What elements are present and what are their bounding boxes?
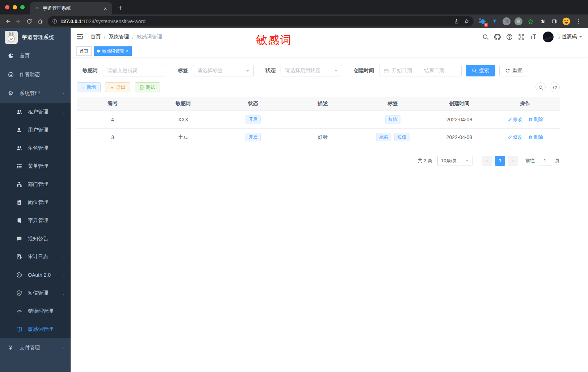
user-avatar[interactable] bbox=[543, 32, 554, 42]
sidebar-logo-row[interactable]: 芋道管理系统 bbox=[0, 28, 71, 46]
extension-diamond-icon[interactable]: 9 bbox=[478, 17, 487, 26]
sidebar-item-通知公告[interactable]: 通知公告 bbox=[0, 230, 71, 248]
sidebar-item-错误码管理[interactable]: </>错误码管理 bbox=[0, 302, 71, 320]
minimize-window-button[interactable] bbox=[13, 5, 17, 9]
extension-recorder-icon[interactable] bbox=[514, 17, 523, 26]
profile-avatar[interactable] bbox=[562, 17, 571, 26]
goto-unit: 页 bbox=[555, 158, 560, 164]
sidebar-item-租户管理[interactable]: 租户管理⌄ bbox=[0, 103, 71, 121]
address-bar[interactable]: 127.0.0.1:1024/system/sensitive-word bbox=[48, 16, 474, 26]
cell-status: 开启 bbox=[218, 110, 288, 128]
bookmark-star-icon[interactable] bbox=[464, 19, 469, 24]
search-button[interactable]: 搜索 bbox=[466, 65, 495, 76]
sidebar-item-字典管理[interactable]: 字典管理 bbox=[0, 212, 71, 230]
sidebar-collapse-icon[interactable] bbox=[76, 33, 84, 41]
export-button[interactable]: 导出 bbox=[105, 82, 130, 92]
chevron-down-icon bbox=[246, 70, 249, 74]
filter-status-label: 状态 bbox=[265, 67, 276, 74]
row-tag: 短信 bbox=[394, 133, 410, 141]
close-window-button[interactable] bbox=[5, 5, 9, 9]
forward-icon[interactable] bbox=[13, 16, 24, 27]
sidebar-item-label: 菜单管理 bbox=[28, 163, 65, 170]
cell-description: 好呀 bbox=[288, 128, 357, 146]
zoom-window-button[interactable] bbox=[20, 5, 25, 9]
tag-view-首页[interactable]: 首页 bbox=[76, 46, 92, 56]
breadcrumb-item[interactable]: 系统管理 bbox=[109, 34, 129, 40]
edit-link[interactable]: 修改 bbox=[508, 116, 522, 123]
page-size-select[interactable]: 10条/页 bbox=[437, 156, 472, 166]
word-input[interactable] bbox=[103, 65, 166, 76]
sidebar-item-岗位管理[interactable]: 岗位管理 bbox=[0, 193, 71, 212]
goto-page-input[interactable] bbox=[538, 156, 552, 166]
home-icon[interactable] bbox=[35, 16, 46, 27]
add-button[interactable]: + 新增 bbox=[77, 82, 101, 92]
next-page-button[interactable]: › bbox=[508, 156, 518, 166]
row-tag: 短信 bbox=[385, 115, 400, 124]
reload-icon[interactable] bbox=[24, 16, 35, 27]
extension-command-icon[interactable]: ⌘ bbox=[502, 17, 511, 26]
top-navbar: 首页/系统管理/敏感词管理 TT 芋道源码 bbox=[71, 28, 588, 45]
sidebar-item-敏感词管理[interactable]: 敏感词管理 bbox=[0, 320, 71, 338]
font-size-icon[interactable]: TT bbox=[527, 31, 539, 43]
delete-link[interactable]: 删除 bbox=[528, 116, 543, 123]
prev-page-button[interactable]: ‹ bbox=[482, 156, 492, 166]
page-number-1[interactable]: 1 bbox=[495, 156, 505, 166]
tag-select[interactable]: 请选择标签 bbox=[193, 65, 254, 76]
site-info-icon[interactable] bbox=[52, 19, 57, 24]
extension-funnel-icon[interactable] bbox=[490, 17, 499, 26]
sidebar-item-短信管理[interactable]: 短信管理⌄ bbox=[0, 284, 71, 302]
share-icon[interactable] bbox=[454, 19, 459, 24]
breadcrumb-item[interactable]: 首页 bbox=[91, 34, 101, 40]
tag-view-敏感词管理[interactable]: 敏感词管理× bbox=[94, 46, 132, 56]
breadcrumb-separator: / bbox=[132, 34, 134, 40]
new-tab-button[interactable]: + bbox=[118, 4, 122, 12]
delete-link[interactable]: 删除 bbox=[528, 134, 543, 141]
side-panel-icon[interactable] bbox=[550, 17, 559, 26]
sidebar-item-首页[interactable]: 首页 bbox=[0, 46, 71, 65]
github-icon[interactable] bbox=[491, 31, 503, 43]
trash-icon bbox=[528, 117, 533, 122]
filter-tag-label: 标签 bbox=[178, 67, 188, 74]
sidebar-item-OAuth 2.0[interactable]: OAuth 2.0⌄ bbox=[0, 266, 71, 284]
reset-button[interactable]: 重置 bbox=[499, 65, 528, 76]
chevron-down-icon: ⌄ bbox=[62, 273, 65, 277]
fullscreen-icon[interactable] bbox=[515, 31, 527, 43]
sidebar-item-支付管理[interactable]: ¥支付管理⌄ bbox=[0, 338, 71, 357]
red-annotation-text: 敏感词 bbox=[256, 33, 292, 48]
app-title: 芋道管理系统 bbox=[22, 34, 54, 41]
browser-tab[interactable]: 芋道管理系统 × bbox=[30, 2, 112, 14]
help-icon[interactable] bbox=[503, 31, 515, 43]
sidebar-item-用户管理[interactable]: 用户管理 bbox=[0, 121, 71, 139]
table-header-row: 编号敏感词状态描述标签创建时间操作 bbox=[77, 97, 560, 110]
date-range-picker[interactable]: 开始日期 - 结束日期 bbox=[379, 65, 462, 76]
extension-green-star-icon[interactable] bbox=[526, 17, 535, 26]
back-icon[interactable] bbox=[2, 16, 13, 27]
sidebar-item-审计日志[interactable]: 审计日志⌄ bbox=[0, 248, 71, 266]
edit-link[interactable]: 修改 bbox=[508, 134, 522, 141]
chevron-down-icon[interactable] bbox=[579, 36, 582, 39]
sidebar-item-角色管理[interactable]: 角色管理 bbox=[0, 139, 71, 157]
browser-tab-bar: 芋道管理系统 × + bbox=[0, 0, 588, 14]
sensitive-word-table: 编号敏感词状态描述标签创建时间操作 4XXX开启短信2022-04-08修改删除… bbox=[77, 97, 560, 146]
tag-label: 首页 bbox=[80, 48, 88, 54]
cell-tags: 蔬菜短信 bbox=[357, 128, 428, 146]
sidebar-item-label: 系统管理 bbox=[20, 90, 62, 97]
sidebar-item-系统管理[interactable]: ⚙系统管理⌄ bbox=[0, 84, 71, 103]
status-select[interactable]: 请选择启用状态 bbox=[281, 65, 342, 76]
sidebar-item-label: 审计日志 bbox=[28, 254, 62, 260]
refresh-table-button[interactable] bbox=[550, 82, 560, 92]
search-icon[interactable] bbox=[479, 31, 491, 43]
extensions-puzzle-icon[interactable] bbox=[538, 17, 547, 26]
badge-icon bbox=[16, 200, 22, 205]
test-button[interactable]: 测试 bbox=[135, 82, 160, 92]
show-search-toggle-button[interactable] bbox=[536, 82, 546, 92]
tab-close-icon[interactable]: × bbox=[102, 5, 109, 12]
sidebar-item-部门管理[interactable]: 部门管理 bbox=[0, 175, 71, 193]
close-icon[interactable]: × bbox=[126, 49, 129, 54]
word-input-field[interactable] bbox=[107, 68, 162, 74]
sidebar-item-菜单管理[interactable]: 菜单管理 bbox=[0, 157, 71, 175]
browser-menu-icon[interactable]: ⋮ bbox=[574, 18, 583, 25]
dashboard-icon bbox=[7, 53, 14, 59]
sidebar-item-作者动态[interactable]: 作者动态 bbox=[0, 65, 71, 84]
tab-title: 芋道管理系统 bbox=[43, 5, 99, 12]
